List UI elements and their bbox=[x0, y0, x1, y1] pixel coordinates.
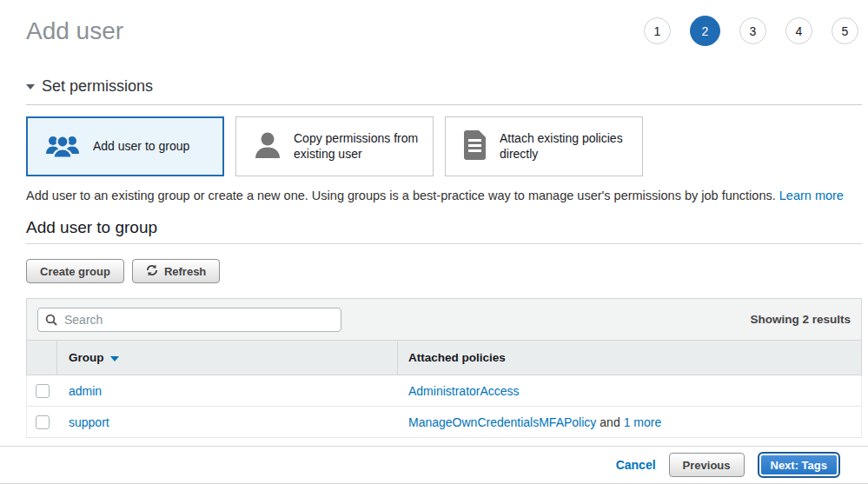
row-checkbox[interactable] bbox=[36, 384, 50, 398]
select-all-column bbox=[27, 341, 57, 375]
step-2-active[interactable]: 2 bbox=[690, 16, 720, 46]
wizard-steps: 1 2 3 4 5 bbox=[644, 16, 862, 46]
refresh-button[interactable]: Refresh bbox=[132, 259, 220, 283]
learn-more-link[interactable]: Learn more bbox=[779, 189, 844, 202]
results-count: Showing 2 results bbox=[750, 313, 851, 326]
card-add-user-to-group[interactable]: Add user to group bbox=[26, 116, 224, 176]
collapse-caret-icon bbox=[26, 84, 35, 90]
groups-table: Showing 2 results Group Attached policie… bbox=[26, 298, 862, 438]
users-group-icon bbox=[44, 130, 81, 163]
card-attach-policies[interactable]: Attach existing policies directly bbox=[445, 116, 643, 176]
policies-column-label: Attached policies bbox=[408, 351, 506, 364]
description-text: Add user to an existing group or create … bbox=[26, 189, 776, 202]
policies-column-header: Attached policies bbox=[398, 341, 861, 375]
page-header: Add user 1 2 3 4 5 bbox=[26, 0, 862, 46]
search-input[interactable] bbox=[37, 308, 341, 332]
step-3[interactable]: 3 bbox=[739, 17, 766, 44]
group-link[interactable]: support bbox=[69, 415, 109, 429]
table-header-row: Group Attached policies bbox=[26, 340, 862, 375]
permission-option-cards: Add user to group Copy permissions from … bbox=[26, 116, 862, 176]
document-icon bbox=[463, 130, 487, 163]
step-1[interactable]: 1 bbox=[644, 17, 671, 44]
create-group-button[interactable]: Create group bbox=[26, 259, 124, 283]
section-description: Add user to an existing group or create … bbox=[26, 189, 862, 202]
table-toolbar: Showing 2 results bbox=[26, 298, 862, 340]
main-content: Add user 1 2 3 4 5 Set permissions bbox=[26, 0, 862, 438]
set-permissions-title: Set permissions bbox=[42, 77, 153, 96]
page-title: Add user bbox=[26, 17, 123, 45]
card-label: Copy permissions from existing user bbox=[294, 131, 433, 162]
previous-button[interactable]: Previous bbox=[669, 453, 745, 477]
sort-descending-icon bbox=[110, 356, 119, 361]
next-tags-button[interactable]: Next: Tags bbox=[758, 452, 841, 478]
previous-label: Previous bbox=[683, 459, 731, 472]
search-box bbox=[37, 308, 341, 332]
next-tags-label: Next: Tags bbox=[771, 459, 828, 472]
step-5[interactable]: 5 bbox=[832, 17, 858, 44]
add-user-to-group-heading: Add user to group bbox=[26, 218, 862, 244]
group-column-header[interactable]: Group bbox=[57, 341, 398, 375]
card-copy-permissions[interactable]: Copy permissions from existing user bbox=[235, 116, 434, 176]
group-column-label: Group bbox=[69, 351, 104, 364]
policy-link[interactable]: ManageOwnCredentialsMFAPolicy bbox=[408, 415, 596, 429]
search-icon bbox=[45, 314, 57, 329]
card-label: Add user to group bbox=[93, 139, 196, 155]
row-checkbox[interactable] bbox=[36, 415, 50, 429]
set-permissions-header[interactable]: Set permissions bbox=[26, 77, 862, 105]
policy-more-link[interactable]: 1 more bbox=[624, 415, 662, 429]
create-group-label: Create group bbox=[40, 265, 110, 278]
table-row-support: support ManageOwnCredentialsMFAPolicy an… bbox=[26, 407, 862, 438]
cancel-link[interactable]: Cancel bbox=[616, 458, 656, 472]
group-link[interactable]: admin bbox=[69, 384, 102, 398]
wizard-footer: Cancel Previous Next: Tags bbox=[0, 446, 868, 484]
table-actions: Create group Refresh bbox=[26, 259, 862, 283]
card-label: Attach existing policies directly bbox=[500, 131, 642, 162]
user-icon bbox=[254, 130, 282, 163]
table-row-admin: admin AdministratorAccess bbox=[26, 375, 862, 407]
policy-join-text: and bbox=[600, 415, 620, 429]
refresh-icon bbox=[146, 264, 158, 279]
step-4[interactable]: 4 bbox=[785, 17, 812, 44]
refresh-label: Refresh bbox=[164, 265, 206, 278]
policy-link[interactable]: AdministratorAccess bbox=[408, 384, 520, 398]
